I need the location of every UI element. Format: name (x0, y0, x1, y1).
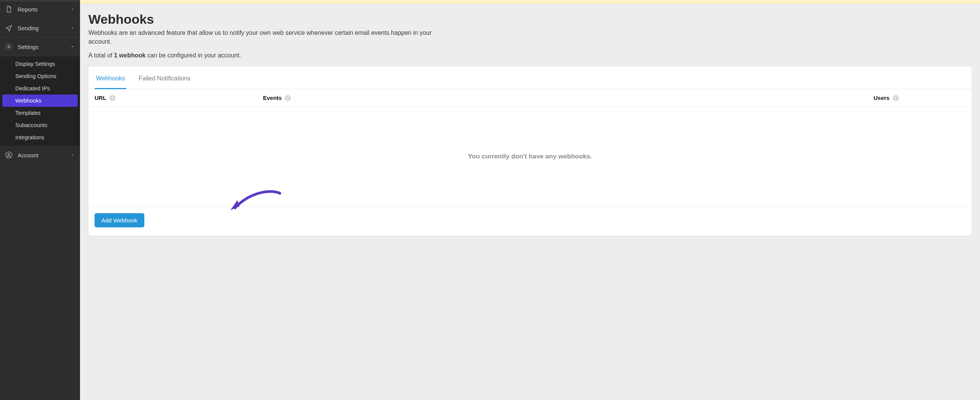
document-icon (5, 5, 13, 13)
column-header-events: Events i (263, 95, 874, 101)
page-description: Webhooks are an advanced feature that al… (88, 28, 433, 46)
page-quota: A total of 1 webhook can be configured i… (88, 52, 972, 59)
sidebar-sublist-settings: Display Settings Sending Options Dedicat… (0, 56, 80, 146)
sidebar-item-settings[interactable]: Settings (0, 38, 80, 56)
empty-state: You currently don't have any webhooks. (88, 107, 972, 206)
svg-point-0 (8, 46, 10, 48)
chevron-left-icon (71, 6, 75, 13)
main-content: Webhooks Webhooks are an advanced featur… (80, 0, 980, 400)
sidebar-item-account[interactable]: Account (0, 146, 80, 165)
sidebar-item-label: Sending (18, 25, 39, 31)
chevron-left-icon (71, 25, 75, 31)
info-icon[interactable]: i (109, 95, 116, 101)
sidebar-item-reports[interactable]: Reports (0, 0, 80, 19)
svg-point-2 (8, 153, 10, 155)
sidebar-item-subaccounts[interactable]: Subaccounts (0, 119, 80, 131)
table-header-row: URL i Events i Users i (88, 89, 972, 107)
sidebar-item-label: Account (18, 152, 38, 158)
sidebar-item-label: Settings (18, 44, 38, 50)
sidebar-item-label: Reports (18, 6, 38, 13)
column-header-url: URL i (95, 95, 263, 101)
sidebar-item-integrations[interactable]: Integrations (0, 131, 80, 144)
tab-webhooks[interactable]: Webhooks (95, 67, 126, 89)
sidebar-item-sending-options[interactable]: Sending Options (0, 70, 80, 82)
page-title: Webhooks (88, 12, 972, 27)
sidebar-item-display-settings[interactable]: Display Settings (0, 58, 80, 70)
chevron-down-icon (70, 45, 76, 49)
webhooks-panel: Webhooks Failed Notifications URL i Even… (88, 67, 972, 236)
info-icon[interactable]: i (893, 95, 899, 101)
paper-plane-icon (5, 24, 13, 32)
sidebar: Reports Sending Settings Display Setting… (0, 0, 80, 400)
sidebar-item-sending[interactable]: Sending (0, 19, 80, 38)
sidebar-item-dedicated-ips[interactable]: Dedicated IPs (0, 82, 80, 95)
column-header-users: Users i (874, 95, 965, 101)
user-circle-icon (5, 151, 13, 159)
panel-tabs: Webhooks Failed Notifications (88, 67, 972, 89)
sidebar-item-templates[interactable]: Templates (0, 107, 80, 119)
page-body: Webhooks Webhooks are an advanced featur… (80, 3, 980, 400)
sidebar-item-webhooks[interactable]: Webhooks (2, 95, 78, 107)
notice-banner (80, 0, 980, 3)
svg-point-1 (6, 152, 12, 158)
add-webhook-button[interactable]: Add Webhook (95, 213, 144, 227)
chevron-left-icon (71, 152, 75, 158)
gear-icon (5, 42, 13, 51)
tab-failed-notifications[interactable]: Failed Notifications (137, 67, 192, 89)
info-icon[interactable]: i (285, 95, 291, 101)
panel-footer: Add Webhook (88, 206, 972, 236)
